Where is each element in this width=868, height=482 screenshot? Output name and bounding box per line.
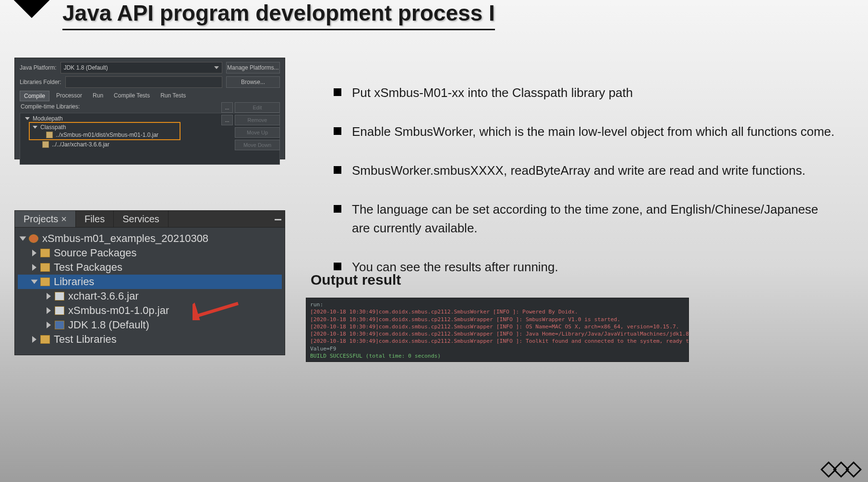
libraries-node[interactable]: Libraries bbox=[54, 276, 94, 288]
classpath-jar-1[interactable]: ../xSmbus-m01/dist/xSmbus-m01-1.0.jar bbox=[56, 132, 158, 138]
bullet-item: You can see the results after running. bbox=[330, 258, 839, 277]
slide-title: Java API program development process I bbox=[62, 0, 495, 30]
folder-icon bbox=[40, 277, 50, 286]
bullet-item: Enable SmbusWorker, which is the main lo… bbox=[330, 122, 839, 141]
test-packages-node[interactable]: Test Packages bbox=[54, 261, 122, 274]
java-platform-label: Java Platform: bbox=[20, 64, 57, 71]
disclosure-icon[interactable] bbox=[32, 336, 36, 343]
bullet-list: Put xSmbus-M01-xx into the Classpath lib… bbox=[311, 84, 839, 297]
console-line: [2020-10-18 10:30:49]com.doidx.smbus.cp2… bbox=[310, 323, 685, 330]
browse-button[interactable]: Browse... bbox=[226, 76, 280, 88]
move-down-button[interactable]: Move Down bbox=[235, 140, 280, 150]
java-platform-select[interactable]: JDK 1.8 (Default) bbox=[60, 62, 222, 73]
tab-compile[interactable]: Compile bbox=[20, 91, 49, 101]
bullet-item: Put xSmbus-M01-xx into the Classpath lib… bbox=[330, 84, 839, 102]
chevron-down-icon bbox=[214, 66, 219, 69]
modulepath-group[interactable]: Modulepath bbox=[33, 115, 63, 122]
bullet-item: The language can be set according to the… bbox=[330, 200, 839, 238]
jar-icon bbox=[55, 292, 64, 301]
tab-compile-tests[interactable]: Compile Tests bbox=[110, 91, 154, 101]
console-line: Value=F9 bbox=[310, 345, 685, 352]
tab-processor[interactable]: Processor bbox=[52, 91, 86, 101]
xchart-jar-node[interactable]: xchart-3.6.6.jar bbox=[68, 290, 139, 302]
source-packages-node[interactable]: Source Packages bbox=[54, 247, 136, 259]
disclosure-icon[interactable] bbox=[47, 307, 51, 314]
tab-files[interactable]: Files bbox=[76, 211, 114, 227]
disclosure-open-icon[interactable] bbox=[31, 280, 38, 284]
disclosure-icon[interactable] bbox=[32, 264, 36, 271]
disclosure-open-icon[interactable] bbox=[20, 237, 26, 241]
folder-icon bbox=[40, 249, 50, 257]
disclosure-icon[interactable] bbox=[32, 250, 36, 256]
output-result-header: Output result bbox=[311, 272, 401, 288]
classpath-group[interactable]: Classpath bbox=[40, 124, 66, 131]
add-button[interactable]: ... bbox=[221, 115, 233, 125]
console-line: [2020-10-18 10:30:49]com.doidx.smbus.cp2… bbox=[310, 337, 685, 345]
console-line: [2020-10-18 10:30:49]com.doidx.smbus.cp2… bbox=[310, 316, 685, 323]
project-properties-panel: Java Platform: JDK 1.8 (Default) Manage … bbox=[14, 58, 285, 159]
project-tree[interactable]: xSmbus-m01_examples_20210308 Source Pack… bbox=[15, 228, 285, 347]
tab-run-tests[interactable]: Run Tests bbox=[157, 91, 190, 101]
jar-icon bbox=[42, 141, 49, 148]
classpath-jar-2[interactable]: ../../Jar/xchart-3.6.6.jar bbox=[52, 141, 109, 148]
classpath-highlight: Classpath ../xSmbus-m01/dist/xSmbus-m01-… bbox=[29, 122, 181, 140]
jar-icon bbox=[46, 132, 53, 138]
triangle-icon bbox=[33, 126, 37, 129]
decorative-diamond bbox=[12, 0, 52, 18]
edit-button[interactable]: Edit bbox=[235, 102, 280, 113]
triangle-icon bbox=[25, 117, 30, 120]
jdk-icon bbox=[55, 321, 64, 329]
jar-icon bbox=[55, 306, 64, 315]
folder-icon bbox=[40, 335, 50, 344]
remove-button[interactable]: Remove bbox=[235, 115, 280, 125]
libraries-folder-label: Libraries Folder: bbox=[20, 79, 61, 85]
disclosure-icon[interactable] bbox=[47, 322, 51, 328]
console-output: run: [2020-10-18 10:30:49]com.doidx.smbu… bbox=[306, 298, 689, 362]
console-line: [2020-10-18 10:30:49]com.doidx.smbus.cp2… bbox=[310, 308, 685, 315]
project-node[interactable]: xSmbus-m01_examples_20210308 bbox=[42, 232, 208, 245]
test-libraries-node[interactable]: Test Libraries bbox=[54, 333, 117, 346]
decorative-bottom-right bbox=[823, 464, 859, 475]
tab-services[interactable]: Services bbox=[114, 211, 169, 227]
project-icon bbox=[29, 234, 38, 243]
tab-run[interactable]: Run bbox=[89, 91, 107, 101]
console-line: run: bbox=[310, 301, 685, 308]
jdk-node[interactable]: JDK 1.8 (Default) bbox=[68, 319, 149, 331]
disclosure-icon[interactable] bbox=[47, 293, 51, 300]
manage-platforms-button[interactable]: Manage Platforms... bbox=[226, 62, 280, 73]
projects-panel: Projects× Files Services – xSmbus-m01_ex… bbox=[14, 210, 285, 355]
add-button[interactable]: ... bbox=[221, 102, 233, 113]
folder-icon bbox=[40, 263, 50, 272]
add-dots: ... ... bbox=[221, 102, 233, 125]
close-icon[interactable]: × bbox=[61, 214, 67, 225]
properties-tabs: Compile Processor Run Compile Tests Run … bbox=[15, 91, 285, 101]
minimize-button[interactable]: – bbox=[271, 211, 285, 227]
java-platform-value: JDK 1.8 (Default) bbox=[64, 64, 108, 71]
console-line: [2020-10-18 10:30:49]com.doidx.smbus.cp2… bbox=[310, 330, 685, 337]
xsmbus-jar-node[interactable]: xSmbus-m01-1.0p.jar bbox=[68, 304, 169, 317]
console-line: BUILD SUCCESSFUL (total time: 0 seconds) bbox=[310, 352, 685, 360]
libraries-folder-input[interactable] bbox=[65, 76, 222, 88]
bullet-item: SmbusWorker.smbusXXXX, readByteArray and… bbox=[330, 161, 839, 180]
move-up-button[interactable]: Move Up bbox=[235, 127, 280, 138]
tab-projects[interactable]: Projects× bbox=[15, 211, 76, 227]
